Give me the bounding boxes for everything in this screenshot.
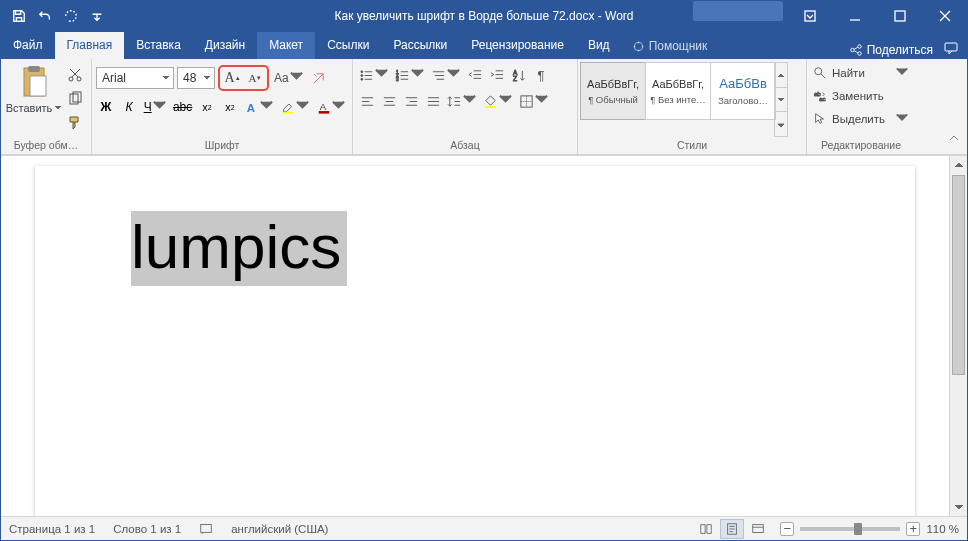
justify-icon[interactable] bbox=[423, 91, 443, 111]
tab-references[interactable]: Ссылки bbox=[315, 32, 381, 59]
svg-text:3: 3 bbox=[396, 77, 399, 82]
scroll-thumb[interactable] bbox=[952, 175, 965, 375]
svg-text:A: A bbox=[320, 101, 327, 112]
view-web-icon[interactable] bbox=[746, 519, 770, 539]
font-size-buttons-highlight: A▴ A▾ bbox=[218, 65, 269, 91]
replace-button[interactable]: abacЗаменить bbox=[813, 86, 909, 106]
show-marks-icon[interactable]: ¶ bbox=[531, 65, 551, 85]
user-account[interactable] bbox=[693, 1, 783, 21]
page[interactable]: lumpics bbox=[35, 166, 915, 516]
ribbon-options-icon[interactable] bbox=[787, 1, 832, 31]
scroll-down-icon[interactable] bbox=[950, 498, 967, 516]
align-right-icon[interactable] bbox=[401, 91, 421, 111]
style-normal[interactable]: АаБбВвГг, ¶ Обычный bbox=[580, 62, 646, 120]
decrease-indent-icon[interactable] bbox=[465, 65, 485, 85]
svg-point-4 bbox=[857, 44, 861, 48]
multilevel-list-icon[interactable] bbox=[429, 65, 463, 85]
clear-formatting-icon[interactable] bbox=[309, 68, 329, 88]
svg-point-11 bbox=[77, 77, 81, 81]
tab-design[interactable]: Дизайн bbox=[193, 32, 257, 59]
shrink-font-icon[interactable]: A▾ bbox=[245, 68, 265, 88]
numbering-icon[interactable]: 123 bbox=[393, 65, 427, 85]
font-size-combo[interactable]: 48 bbox=[177, 67, 215, 89]
tell-me[interactable]: Помощник bbox=[622, 33, 718, 59]
tell-me-label: Помощник bbox=[649, 39, 708, 53]
zoom-slider[interactable] bbox=[800, 527, 900, 531]
highlight-icon[interactable] bbox=[279, 97, 312, 117]
font-name-combo[interactable]: Arial bbox=[96, 67, 174, 89]
grow-font-icon[interactable]: A▴ bbox=[222, 68, 242, 88]
tab-view[interactable]: Вид bbox=[576, 32, 622, 59]
change-case-icon[interactable]: Aa bbox=[272, 68, 306, 88]
sort-icon[interactable]: AZ bbox=[509, 65, 529, 85]
scroll-up-icon[interactable] bbox=[950, 156, 967, 174]
bullets-icon[interactable] bbox=[357, 65, 391, 85]
redo-icon[interactable] bbox=[59, 4, 83, 28]
view-print-icon[interactable] bbox=[720, 519, 744, 539]
borders-icon[interactable] bbox=[517, 91, 551, 111]
tab-mailings[interactable]: Рассылки bbox=[381, 32, 459, 59]
close-button[interactable] bbox=[922, 1, 967, 31]
svg-rect-6 bbox=[945, 43, 957, 51]
maximize-button[interactable] bbox=[877, 1, 922, 31]
cut-icon[interactable] bbox=[65, 66, 85, 84]
line-spacing-icon[interactable] bbox=[445, 91, 479, 111]
tab-review[interactable]: Рецензирование bbox=[459, 32, 576, 59]
svg-point-10 bbox=[69, 77, 73, 81]
save-icon[interactable] bbox=[7, 4, 31, 28]
superscript-icon[interactable]: x2 bbox=[220, 97, 240, 117]
subscript-icon[interactable]: x2 bbox=[197, 97, 217, 117]
tab-insert[interactable]: Вставка bbox=[124, 32, 193, 59]
underline-icon[interactable]: Ч bbox=[142, 97, 168, 117]
svg-rect-31 bbox=[201, 524, 212, 532]
align-left-icon[interactable] bbox=[357, 91, 377, 111]
document-text-selected[interactable]: lumpics bbox=[131, 211, 347, 286]
format-painter-icon[interactable] bbox=[65, 114, 85, 132]
svg-rect-0 bbox=[805, 11, 815, 21]
increase-indent-icon[interactable] bbox=[487, 65, 507, 85]
status-page[interactable]: Страница 1 из 1 bbox=[9, 523, 95, 535]
align-center-icon[interactable] bbox=[379, 91, 399, 111]
style-heading1[interactable]: АаБбВв Заголово… bbox=[710, 62, 776, 120]
zoom-level[interactable]: 110 % bbox=[926, 523, 959, 535]
document-area: lumpics bbox=[1, 155, 967, 516]
style-no-spacing[interactable]: АаБбВвГг, ¶ Без инте… bbox=[645, 62, 711, 120]
svg-point-18 bbox=[361, 70, 363, 72]
vertical-scrollbar[interactable] bbox=[949, 156, 967, 516]
titlebar: Как увеличить шрифт в Ворде больше 72.do… bbox=[1, 1, 967, 31]
qat-customize-icon[interactable] bbox=[85, 4, 109, 28]
strikethrough-icon[interactable]: abc bbox=[171, 97, 194, 117]
copy-icon[interactable] bbox=[65, 90, 85, 108]
group-paragraph: 123 AZ ¶ bbox=[353, 59, 578, 154]
view-read-icon[interactable] bbox=[694, 519, 718, 539]
group-paragraph-label: Абзац bbox=[353, 137, 577, 154]
bold-icon[interactable]: Ж bbox=[96, 97, 116, 117]
status-language[interactable]: английский (США) bbox=[231, 523, 328, 535]
zoom-in-button[interactable]: + bbox=[906, 522, 920, 536]
italic-icon[interactable]: К bbox=[119, 97, 139, 117]
svg-point-2 bbox=[634, 42, 642, 50]
svg-text:ac: ac bbox=[819, 95, 825, 102]
shading-icon[interactable] bbox=[481, 91, 515, 111]
collapse-ribbon-icon[interactable] bbox=[945, 129, 963, 147]
svg-rect-9 bbox=[30, 76, 46, 96]
styles-scroll[interactable] bbox=[774, 62, 788, 137]
proofing-icon[interactable] bbox=[199, 521, 213, 537]
font-color-icon[interactable]: A bbox=[315, 97, 348, 117]
zoom-out-button[interactable]: − bbox=[780, 522, 794, 536]
tab-file[interactable]: Файл bbox=[1, 32, 55, 59]
tab-home[interactable]: Главная bbox=[55, 32, 125, 59]
find-button[interactable]: Найти bbox=[813, 63, 909, 83]
paste-icon[interactable] bbox=[16, 64, 52, 100]
text-effects-icon[interactable]: A bbox=[243, 97, 276, 117]
window-title: Как увеличить шрифт в Ворде больше 72.do… bbox=[334, 9, 633, 23]
paste-button[interactable]: Вставить bbox=[6, 102, 63, 114]
select-button[interactable]: Выделить bbox=[813, 109, 909, 129]
share-button[interactable]: Поделиться bbox=[849, 43, 933, 57]
svg-point-28 bbox=[815, 68, 822, 75]
undo-icon[interactable] bbox=[33, 4, 57, 28]
tab-layout[interactable]: Макет bbox=[257, 32, 315, 59]
comments-icon[interactable] bbox=[943, 40, 959, 59]
minimize-button[interactable] bbox=[832, 1, 877, 31]
status-words[interactable]: Слово 1 из 1 bbox=[113, 523, 181, 535]
